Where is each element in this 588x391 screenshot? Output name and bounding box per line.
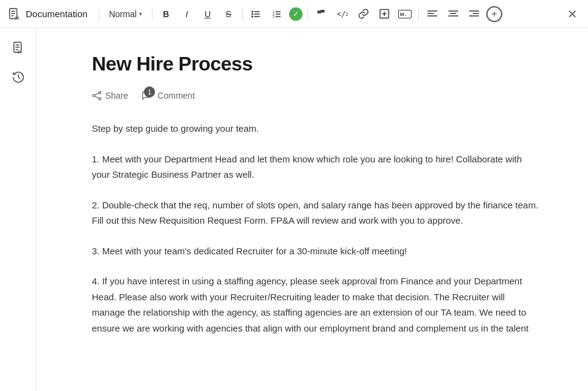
svg-text:M↓: M↓ — [400, 12, 407, 17]
sidebar: 24 — [0, 28, 37, 391]
svg-point-41 — [99, 97, 101, 100]
svg-line-39 — [18, 77, 20, 79]
toolbar-divider-4 — [307, 8, 308, 20]
embed-icon — [379, 9, 390, 19]
code-button[interactable]: </> — [334, 6, 351, 23]
close-button[interactable]: ✕ — [564, 6, 581, 23]
comment-count-badge: 1 — [144, 86, 155, 97]
doc-step-2-text: 2. Double-check that the req, number of … — [92, 197, 539, 229]
svg-line-43 — [95, 93, 99, 95]
toolbar-divider-1 — [99, 8, 99, 20]
doc-intro-para: Step by step guide to growing your team. — [92, 121, 539, 137]
style-selector[interactable]: Normal ▾ — [104, 7, 147, 21]
add-button[interactable]: + — [486, 6, 502, 22]
step-2-content: Double-check that the req, number of slo… — [92, 200, 538, 226]
toolbar: 24 Documentation Normal ▾ B I U S 1. 2. … — [0, 0, 588, 28]
toolbar-doc-title: Documentation — [26, 9, 88, 19]
style-label: Normal — [109, 9, 137, 19]
svg-text:</>: </> — [337, 10, 348, 18]
strikethrough-button[interactable]: S — [220, 6, 237, 23]
step-3-number: 3. — [92, 246, 102, 256]
markdown-icon: M↓ — [398, 10, 412, 18]
main-content: New Hire Process Share 1 Comment — [37, 28, 588, 391]
doc-step-3-text: 3. Meet with your team's dedicated Recru… — [92, 243, 539, 259]
align-left-button[interactable] — [424, 6, 441, 23]
step-1-number: 1. — [92, 154, 102, 164]
quote-button[interactable]: ❝❞ — [313, 6, 330, 23]
numbered-list-button[interactable]: 1. 2. 3. — [268, 6, 285, 23]
share-label: Share — [105, 91, 128, 101]
bold-button[interactable]: B — [157, 6, 175, 23]
step-2-number: 2. — [92, 200, 102, 210]
chevron-down-icon: ▾ — [139, 10, 142, 17]
svg-point-40 — [99, 91, 101, 94]
align-right-button[interactable] — [466, 6, 483, 23]
bullet-list-icon — [251, 9, 261, 19]
svg-text:24: 24 — [15, 16, 20, 20]
document-body: Step by step guide to growing your team.… — [92, 121, 539, 336]
sidebar-document-icon[interactable]: 24 — [9, 38, 28, 58]
comment-count: 1 — [148, 88, 151, 96]
markdown-button[interactable]: M↓ — [396, 6, 413, 23]
toolbar-divider-3 — [242, 8, 243, 20]
step-4-number: 4. — [92, 276, 102, 286]
share-button[interactable]: Share — [92, 91, 128, 101]
doc-actions: Share 1 Comment — [92, 90, 539, 101]
step-1-content: Meet with your Department Head and let t… — [92, 154, 522, 180]
underline-button[interactable]: U — [199, 6, 216, 23]
numbered-list-icon: 1. 2. 3. — [272, 9, 282, 19]
comment-label: Comment — [157, 91, 195, 101]
link-icon — [358, 9, 369, 19]
toolbar-divider-2 — [152, 8, 153, 20]
toolbar-divider-5 — [418, 8, 419, 20]
align-center-button[interactable] — [445, 6, 462, 23]
svg-point-6 — [252, 13, 254, 15]
svg-text:24: 24 — [17, 50, 22, 54]
align-left-icon — [428, 10, 437, 18]
svg-line-44 — [95, 96, 99, 98]
share-icon — [92, 91, 102, 101]
svg-text:3.: 3. — [273, 14, 275, 18]
doc-step-1-text: 1. Meet with your Department Head and le… — [92, 151, 539, 183]
doc-step-1: 1. Meet with your Department Head and le… — [92, 151, 539, 183]
check-status-icon: ✓ — [289, 7, 303, 21]
svg-text:❝❞: ❝❞ — [317, 10, 325, 18]
bullet-list-button[interactable] — [247, 6, 265, 23]
doc-step-4: 4. If you have interest in using a staff… — [92, 273, 539, 336]
align-center-icon — [448, 10, 458, 18]
embed-button[interactable] — [375, 6, 393, 23]
svg-point-42 — [92, 94, 95, 97]
step-3-content: Meet with your team's dedicated Recruite… — [102, 246, 407, 256]
step-4-content: If you have interest in using a staffing… — [92, 276, 529, 333]
align-right-icon — [469, 10, 479, 18]
code-icon: </> — [337, 10, 348, 18]
quote-icon: ❝❞ — [317, 10, 326, 18]
svg-point-5 — [252, 10, 254, 12]
add-icon: + — [491, 9, 497, 20]
doc-intro-text: Step by step guide to growing your team. — [92, 121, 539, 137]
document-title: New Hire Process — [92, 53, 539, 75]
link-button[interactable] — [355, 6, 372, 23]
doc-step-2: 2. Double-check that the req, number of … — [92, 197, 539, 229]
comment-button[interactable]: 1 Comment — [140, 90, 195, 101]
doc-step-3: 3. Meet with your team's dedicated Recru… — [92, 243, 539, 259]
italic-button[interactable]: I — [178, 6, 195, 23]
document-icon: 24 — [7, 7, 21, 21]
svg-point-7 — [252, 15, 254, 17]
doc-step-4-text: 4. If you have interest in using a staff… — [92, 273, 539, 336]
toolbar-doc-section: 24 Documentation — [7, 7, 91, 21]
sidebar-history-icon[interactable] — [9, 67, 28, 87]
